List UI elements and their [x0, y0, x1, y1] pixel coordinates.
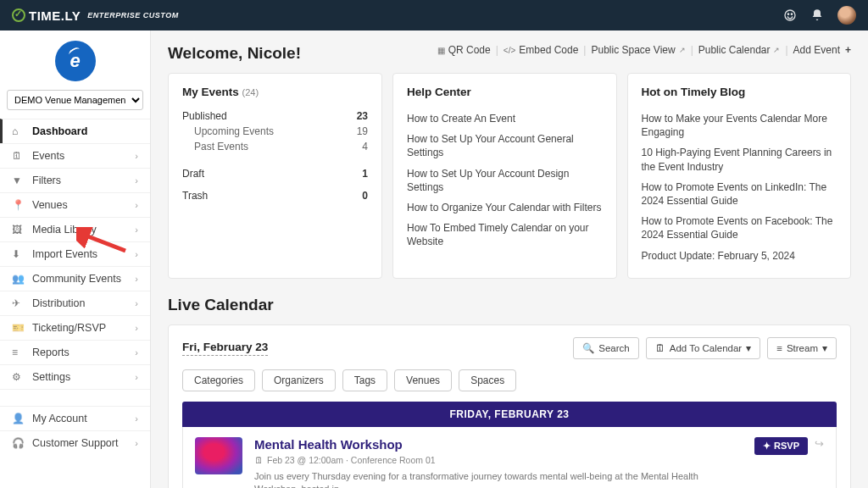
search-button[interactable]: 🔍Search	[573, 337, 638, 359]
org-logo-wrap: e	[0, 30, 150, 90]
org-select[interactable]: DEMO Venue Managemen	[7, 90, 143, 110]
chevron-right-icon: ›	[135, 151, 138, 161]
pill-tags[interactable]: Tags	[342, 369, 387, 391]
qr-code-link[interactable]: ▦QR Code	[437, 44, 491, 56]
blog-link[interactable]: 10 High-Paying Event Planning Careers in…	[642, 142, 837, 176]
add-event-plus[interactable]: +	[845, 44, 851, 56]
chevron-right-icon: ›	[135, 249, 138, 259]
nav-icon: 👤	[12, 413, 24, 424]
avatar[interactable]	[837, 6, 856, 25]
sidebar-item-import-events[interactable]: ⬇Import Events›	[0, 241, 150, 266]
draft-row[interactable]: Draft1	[182, 166, 368, 181]
nav-icon: 🎧	[12, 437, 24, 449]
brand-logo[interactable]: TIME.LY ENTERPRISE CUSTOM	[12, 8, 179, 23]
pill-organizers[interactable]: Organizers	[262, 369, 336, 391]
topbar-actions	[783, 6, 856, 25]
nav-icon: 🗓	[12, 150, 24, 162]
check-icon	[12, 8, 25, 22]
stream-button[interactable]: ≡Stream▾	[767, 337, 837, 359]
support-icon[interactable]	[783, 8, 797, 22]
nav-icon: ≡	[12, 347, 24, 358]
calendar-day-header: FRIDAY, FEBRUARY 23	[182, 402, 837, 427]
blog-link[interactable]: How to Promote Events on LinkedIn: The 2…	[642, 177, 837, 211]
svg-point-1	[787, 14, 788, 14]
nav-icon: 🎫	[12, 322, 24, 334]
nav-icon: ⌂	[12, 125, 24, 137]
blog-link[interactable]: How to Promote Events on Facebook: The 2…	[642, 211, 837, 245]
share-icon[interactable]: ↪	[815, 437, 824, 450]
filter-pills: CategoriesOrganizersTagsVenuesSpaces	[182, 369, 837, 391]
chevron-right-icon: ›	[135, 175, 138, 186]
add-to-calendar-button[interactable]: 🗓Add To Calendar▾	[646, 337, 760, 359]
sidebar-item-community-events[interactable]: 👥Community Events›	[0, 266, 150, 291]
public-calendar-link[interactable]: Public Calendar↗	[698, 44, 781, 56]
chevron-right-icon: ›	[135, 200, 138, 210]
sidebar-item-venues[interactable]: 📍Venues›	[0, 192, 150, 217]
chevron-right-icon: ›	[135, 413, 138, 424]
blog-link[interactable]: Product Update: February 5, 2024	[642, 246, 837, 266]
embed-code-link[interactable]: </>Embed Code	[504, 44, 579, 56]
help-link[interactable]: How to Set Up Your Account General Setti…	[407, 129, 603, 163]
calendar-date[interactable]: Fri, February 23	[182, 341, 268, 356]
upcoming-row[interactable]: Upcoming Events19	[182, 124, 368, 139]
live-calendar-card: Fri, February 23 🔍Search 🗓Add To Calenda…	[168, 324, 851, 488]
pill-venues[interactable]: Venues	[394, 369, 452, 391]
chevron-right-icon: ›	[135, 225, 138, 235]
ticket-icon: ✦	[763, 441, 771, 452]
blog-card: Hot on Timely Blog How to Make your Even…	[627, 73, 852, 279]
nav-label: Media Library	[32, 224, 97, 236]
header: Welcome, Nicole! ▦QR Code | </>Embed Cod…	[151, 30, 868, 73]
sidebar-item-my-account[interactable]: 👤My Account›	[0, 406, 150, 430]
nav-label: Reports	[32, 347, 70, 358]
org-logo[interactable]: e	[55, 41, 96, 81]
public-space-link[interactable]: Public Space View↗	[591, 44, 685, 56]
sidebar-item-reports[interactable]: ≡Reports›	[0, 340, 150, 364]
blog-link[interactable]: How to Make your Events Calendar More En…	[642, 108, 837, 142]
welcome-title: Welcome, Nicole!	[168, 44, 301, 63]
sidebar-item-customer-support[interactable]: 🎧Customer Support›	[0, 430, 150, 455]
trash-row[interactable]: Trash0	[182, 188, 368, 203]
chevron-right-icon: ›	[135, 274, 138, 284]
sidebar-item-events[interactable]: 🗓Events›	[0, 143, 150, 168]
sidebar: e DEMO Venue Managemen ⌂Dashboard🗓Events…	[0, 30, 151, 488]
sidebar-item-ticketing-rsvp[interactable]: 🎫Ticketing/RSVP›	[0, 315, 150, 340]
sidebar-item-dashboard[interactable]: ⌂Dashboard	[0, 119, 150, 143]
rsvp-button[interactable]: ✦RSVP	[754, 437, 808, 455]
chevron-right-icon: ›	[135, 438, 138, 448]
nav-label: Ticketing/RSVP	[32, 322, 106, 334]
nav-label: Import Events	[32, 248, 97, 260]
chevron-down-icon: ▾	[822, 342, 827, 354]
live-calendar-title: Live Calendar	[168, 296, 851, 314]
pill-spaces[interactable]: Spaces	[459, 369, 516, 391]
sidebar-item-settings[interactable]: ⚙Settings›	[0, 364, 150, 389]
pill-categories[interactable]: Categories	[182, 369, 255, 391]
svg-point-2	[791, 14, 792, 14]
sidebar-item-media-library[interactable]: 🖼Media Library›	[0, 217, 150, 241]
help-link[interactable]: How to Organize Your Calendar with Filte…	[407, 197, 603, 218]
add-event-link[interactable]: Add Event	[793, 44, 840, 56]
past-row[interactable]: Past Events4	[182, 139, 368, 154]
nav-icon: ▼	[12, 175, 24, 186]
event-card: Mental Health Workshop 🗓Feb 23 @ 12:00am…	[182, 427, 837, 488]
help-link[interactable]: How to Set Up Your Account Design Settin…	[407, 164, 603, 197]
event-description: Join us every Thursday evening for a tra…	[254, 470, 743, 488]
nav-label: Customer Support	[32, 437, 118, 449]
event-image[interactable]	[195, 437, 242, 474]
nav-icon: 📍	[12, 199, 24, 211]
chevron-right-icon: ›	[135, 298, 138, 308]
sidebar-item-distribution[interactable]: ✈Distribution›	[0, 291, 150, 315]
sidebar-item-filters[interactable]: ▼Filters›	[0, 168, 150, 192]
nav-label: My Account	[32, 413, 87, 424]
chevron-right-icon: ›	[135, 372, 138, 382]
header-links: ▦QR Code | </>Embed Code | Public Space …	[437, 44, 851, 56]
help-link[interactable]: How To Embed Timely Calendar on your Web…	[407, 218, 603, 252]
help-link[interactable]: How to Create An Event	[407, 108, 603, 129]
event-title[interactable]: Mental Health Workshop	[254, 437, 743, 452]
published-row[interactable]: Published23	[182, 108, 368, 124]
nav-main: ⌂Dashboard🗓Events›▼Filters›📍Venues›🖼Medi…	[0, 119, 150, 389]
bell-icon[interactable]	[810, 8, 824, 22]
my-events-card: My Events (24) Published23 Upcoming Even…	[168, 73, 382, 279]
live-calendar-section: Live Calendar Fri, February 23 🔍Search 🗓…	[151, 279, 868, 488]
help-center-title: Help Center	[407, 86, 603, 98]
external-icon: ↗	[773, 46, 780, 54]
